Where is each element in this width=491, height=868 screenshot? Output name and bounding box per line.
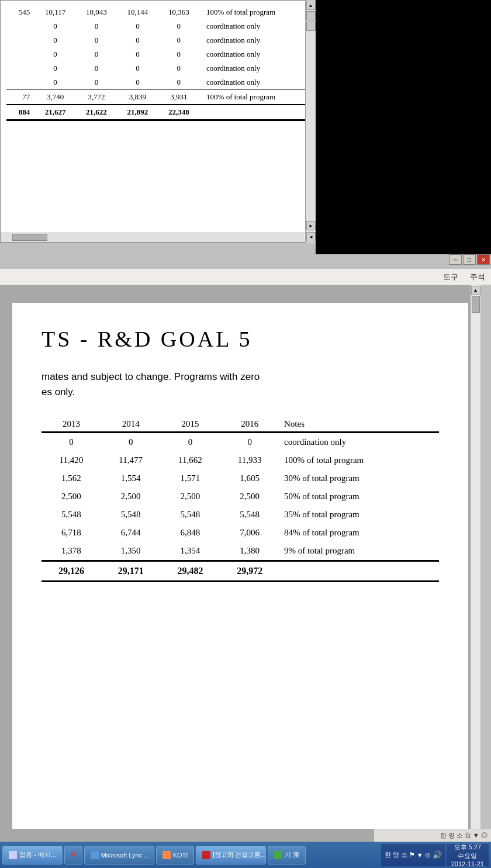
system-tray: 한 영 소 ⚑ ▼ ◎ 🔊 [381,844,445,866]
main-vscrollbar[interactable]: ▲ ▼ [470,285,480,868]
top-document: 545 10,117 10,043 10,144 10,363 100% of … [0,0,316,243]
doc-icon [202,851,210,859]
col-header-notes: Notes [279,417,439,433]
clock-date: 2012-11-21 [451,860,484,867]
table-row: 1,562 1,554 1,571 1,605 30% of total pro… [42,469,439,487]
col-header-2014: 2014 [101,417,161,433]
window-controls: ─ □ ✕ [449,254,490,265]
table-row: 2,500 2,500 2,500 2,500 50% of total pro… [42,487,439,506]
mail-icon [9,851,17,859]
restore-button[interactable]: □ [463,254,476,265]
table-row: 0 0 0 0 coordination only [42,433,439,452]
col-header-2013: 2013 [42,417,101,433]
clock-day: 수요일 [458,852,477,860]
tray-icons: 한 영 소 ⚑ ▼ ◎ 🔊 [385,850,442,859]
taskbar-btn-doc[interactable]: [참고9] 건설교통... [196,846,266,864]
taskbar-btn-lang[interactable]: 기 漢 [268,846,306,864]
doc-page: TS - R&D GOAL 5 mates and subject to cha… [12,303,468,829]
black-screen-area [316,0,491,254]
scroll-thumb[interactable] [472,296,480,313]
top-notes-1: 100% of total program [199,5,309,19]
page-subtitle: mates and subject to change. Programs wi… [42,369,439,399]
table-total-row: 29,126 29,171 29,482 29,972 [42,561,439,582]
main-table: 2013 2014 2015 2016 Notes 0 0 0 0 coordi… [42,417,439,582]
toolbar-notes[interactable]: 주석 [470,272,485,282]
main-scroll-up-btn[interactable]: ▲ [471,286,480,295]
scroll-right-btn[interactable]: ► [306,221,316,230]
col-header-2015: 2015 [161,417,220,433]
main-document-area: ▲ ▼ TS - R&D GOAL 5 mates and subject to… [0,285,480,868]
taskbar-btn-p[interactable]: P [64,846,82,864]
close-button[interactable]: ✕ [477,254,490,265]
scroll-up-btn[interactable]: ▲ [306,1,316,10]
top-notes-4: coordination only [199,47,309,61]
koti-icon [162,851,171,859]
taskbar-btn-lync[interactable]: Microsoft Lync ... [84,846,154,864]
top-notes-2: coordination only [199,19,309,33]
table-row: 1,378 1,350 1,354 1,380 9% of total prog… [42,542,439,561]
col-header-2016: 2016 [220,417,279,433]
taskbar-btn-mail[interactable]: 없음 - 메시... [2,846,63,864]
toolbar-strip: 도구 주석 [0,269,491,285]
top-notes-5: coordination only [199,61,309,75]
lync-icon [91,851,99,859]
clock-time: 오후 5:27 [454,843,481,852]
taskbar-btn-koti[interactable]: KOTI [156,846,195,864]
top-notes-6: coordination only [199,75,309,90]
table-row: 11,420 11,477 11,662 11,933 100% of tota… [42,451,439,469]
top-vscrollbar[interactable]: ▲ ► ◄ [305,0,316,243]
lang-icon [274,851,282,859]
minimize-button[interactable]: ─ [449,254,462,265]
top-notes-3: coordination only [199,33,309,47]
table-row: 6,718 6,744 6,848 7,006 84% of total pro… [42,524,439,542]
korean-ime-toolbar: 한 영 소 台 ▼ ◎ [374,829,491,842]
scroll-left-btn[interactable]: ◄ [306,232,316,241]
taskbar: 없음 - 메시... P Microsoft Lync ... KOTI [참고… [0,842,491,868]
speaker-icon: 🔊 [433,850,442,859]
table-row: 5,548 5,548 5,548 5,548 35% of total pro… [42,506,439,524]
top-notes-7: 100% of total program [199,90,309,105]
top-hscrollbar[interactable] [1,233,305,242]
toolbar-tools[interactable]: 도구 [443,272,458,282]
page-heading: TS - R&D GOAL 5 [42,326,439,352]
clock: 오후 5:27 수요일 2012-11-21 [447,844,489,866]
